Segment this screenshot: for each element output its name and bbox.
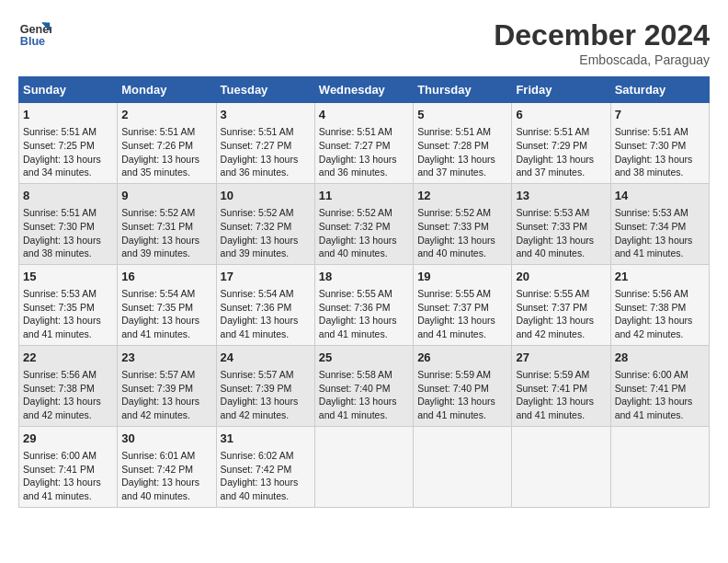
day-info: Sunset: 7:42 PM — [221, 463, 311, 477]
day-info: Sunrise: 5:51 AM — [221, 125, 311, 139]
day-info: Daylight: 13 hours — [319, 395, 409, 408]
day-info: and 38 minutes. — [23, 247, 113, 260]
day-info: and 38 minutes. — [615, 166, 705, 179]
day-info: Sunrise: 6:01 AM — [121, 449, 211, 463]
day-number: 15 — [23, 269, 113, 285]
day-number: 3 — [221, 107, 311, 123]
day-number: 11 — [319, 188, 409, 204]
calendar-cell: 30Sunrise: 6:01 AMSunset: 7:42 PMDayligh… — [118, 426, 216, 507]
day-info: Daylight: 13 hours — [121, 395, 211, 408]
day-number: 4 — [319, 107, 409, 123]
day-info: Sunrise: 5:57 AM — [221, 368, 311, 382]
calendar-cell: 22Sunrise: 5:56 AMSunset: 7:38 PMDayligh… — [19, 345, 118, 426]
day-info: Daylight: 13 hours — [615, 234, 705, 247]
day-info: and 34 minutes. — [23, 166, 113, 179]
day-info: Sunset: 7:28 PM — [417, 139, 507, 153]
day-info: Sunrise: 5:53 AM — [23, 287, 113, 301]
day-info: and 36 minutes. — [221, 166, 311, 179]
day-number: 27 — [516, 350, 606, 366]
day-info: Daylight: 13 hours — [23, 153, 113, 167]
calendar-cell — [610, 426, 709, 507]
calendar-cell: 16Sunrise: 5:54 AMSunset: 7:35 PMDayligh… — [118, 264, 216, 345]
calendar-cell: 5Sunrise: 5:51 AMSunset: 7:28 PMDaylight… — [414, 103, 512, 184]
calendar-cell: 20Sunrise: 5:55 AMSunset: 7:37 PMDayligh… — [512, 264, 610, 345]
day-info: Daylight: 13 hours — [121, 234, 211, 247]
header-day-wednesday: Wednesday — [314, 77, 413, 103]
day-info: Sunrise: 5:51 AM — [615, 125, 705, 139]
day-info: and 40 minutes. — [121, 489, 211, 503]
calendar-cell: 8Sunrise: 5:51 AMSunset: 7:30 PMDaylight… — [19, 183, 118, 264]
day-number: 6 — [516, 107, 606, 123]
day-info: Sunrise: 5:57 AM — [121, 368, 211, 382]
day-info: Daylight: 13 hours — [319, 314, 409, 327]
day-number: 31 — [221, 431, 311, 447]
header-day-tuesday: Tuesday — [216, 77, 314, 103]
day-info: Sunrise: 6:00 AM — [615, 368, 705, 382]
day-number: 7 — [615, 107, 705, 123]
day-info: and 37 minutes. — [516, 166, 606, 179]
calendar-cell: 1Sunrise: 5:51 AMSunset: 7:25 PMDaylight… — [19, 103, 118, 184]
calendar-cell — [314, 426, 413, 507]
day-info: and 40 minutes. — [417, 247, 507, 260]
day-info: Sunset: 7:36 PM — [319, 301, 409, 315]
day-info: Sunset: 7:39 PM — [221, 382, 311, 396]
month-title: December 2024 — [494, 18, 710, 52]
day-info: Daylight: 13 hours — [417, 314, 507, 327]
calendar-cell: 13Sunrise: 5:53 AMSunset: 7:33 PMDayligh… — [512, 183, 610, 264]
day-info: Daylight: 13 hours — [221, 476, 311, 489]
day-info: and 41 minutes. — [417, 327, 507, 341]
calendar-cell: 12Sunrise: 5:52 AMSunset: 7:33 PMDayligh… — [414, 183, 512, 264]
day-info: and 41 minutes. — [615, 247, 705, 260]
day-info: and 39 minutes. — [121, 247, 211, 260]
calendar-cell: 19Sunrise: 5:55 AMSunset: 7:37 PMDayligh… — [414, 264, 512, 345]
day-info: Daylight: 13 hours — [319, 153, 409, 167]
day-info: Sunset: 7:41 PM — [615, 382, 705, 396]
day-info: Sunrise: 6:02 AM — [221, 449, 311, 463]
day-number: 14 — [615, 188, 705, 204]
week-row-5: 29Sunrise: 6:00 AMSunset: 7:41 PMDayligh… — [19, 426, 710, 507]
calendar-cell: 10Sunrise: 5:52 AMSunset: 7:32 PMDayligh… — [216, 183, 314, 264]
day-info: Sunset: 7:35 PM — [121, 301, 211, 315]
day-info: Daylight: 13 hours — [615, 153, 705, 167]
header-day-sunday: Sunday — [19, 77, 118, 103]
day-info: Sunset: 7:40 PM — [319, 382, 409, 396]
day-info: Sunset: 7:40 PM — [417, 382, 507, 396]
day-info: Sunset: 7:33 PM — [417, 220, 507, 234]
calendar-cell: 3Sunrise: 5:51 AMSunset: 7:27 PMDaylight… — [216, 103, 314, 184]
day-number: 23 — [121, 350, 211, 366]
day-number: 30 — [121, 431, 211, 447]
calendar-cell: 15Sunrise: 5:53 AMSunset: 7:35 PMDayligh… — [19, 264, 118, 345]
day-info: Sunrise: 5:54 AM — [221, 287, 311, 301]
day-number: 20 — [516, 269, 606, 285]
calendar-cell: 18Sunrise: 5:55 AMSunset: 7:36 PMDayligh… — [314, 264, 413, 345]
day-info: Sunset: 7:41 PM — [516, 382, 606, 396]
header-day-friday: Friday — [512, 77, 610, 103]
day-info: Daylight: 13 hours — [615, 395, 705, 408]
calendar-cell: 11Sunrise: 5:52 AMSunset: 7:32 PMDayligh… — [314, 183, 413, 264]
day-info: Daylight: 13 hours — [319, 234, 409, 247]
day-info: Daylight: 13 hours — [516, 314, 606, 327]
day-info: Daylight: 13 hours — [417, 234, 507, 247]
day-info: and 42 minutes. — [23, 408, 113, 422]
week-row-3: 15Sunrise: 5:53 AMSunset: 7:35 PMDayligh… — [19, 264, 710, 345]
day-info: and 42 minutes. — [121, 408, 211, 422]
day-info: Sunrise: 5:51 AM — [23, 206, 113, 220]
week-row-2: 8Sunrise: 5:51 AMSunset: 7:30 PMDaylight… — [19, 183, 710, 264]
day-info: Sunrise: 5:51 AM — [319, 125, 409, 139]
day-info: Sunset: 7:37 PM — [516, 301, 606, 315]
day-info: Sunrise: 5:51 AM — [417, 125, 507, 139]
day-info: Sunrise: 5:59 AM — [417, 368, 507, 382]
day-info: Sunrise: 5:52 AM — [221, 206, 311, 220]
day-info: Sunset: 7:29 PM — [516, 139, 606, 153]
calendar-header-row: SundayMondayTuesdayWednesdayThursdayFrid… — [19, 77, 710, 103]
calendar-table: SundayMondayTuesdayWednesdayThursdayFrid… — [18, 76, 710, 508]
day-info: Sunset: 7:30 PM — [615, 139, 705, 153]
day-info: Daylight: 13 hours — [121, 153, 211, 167]
header-day-saturday: Saturday — [610, 77, 709, 103]
day-info: Daylight: 13 hours — [221, 234, 311, 247]
page-header: General Blue December 2024 Emboscada, Pa… — [18, 18, 710, 67]
day-info: Sunrise: 5:58 AM — [319, 368, 409, 382]
day-info: Daylight: 13 hours — [417, 395, 507, 408]
calendar-cell — [512, 426, 610, 507]
day-info: and 39 minutes. — [221, 247, 311, 260]
